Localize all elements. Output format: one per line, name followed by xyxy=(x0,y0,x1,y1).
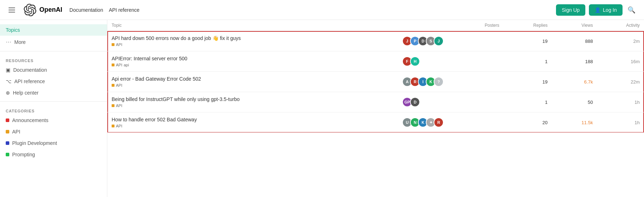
topic-cell: How to handle error 502 Bad GatewayAPI xyxy=(107,112,398,133)
signup-button[interactable]: Sign Up xyxy=(556,4,585,16)
tag[interactable]: API xyxy=(112,83,122,87)
tag-label: API xyxy=(116,42,122,47)
help-icon: ⊕ xyxy=(6,90,10,96)
resources-label-text: RESOURCES xyxy=(6,59,34,63)
more-label: More xyxy=(14,39,26,45)
avatars-cell: UNK✦R xyxy=(398,112,503,133)
table-row[interactable]: How to handle error 502 Bad GatewayAPIUN… xyxy=(107,112,644,133)
sidebar-divider-1 xyxy=(0,51,107,51)
plugin-dev-label: Plugin Development xyxy=(12,140,57,146)
openai-logo-icon xyxy=(24,4,36,16)
col-views: Views xyxy=(552,20,597,31)
table-row[interactable]: Being billed for InstructGPT while only … xyxy=(107,92,644,112)
prompting-label: Prompting xyxy=(12,152,35,157)
replies-count: 19 xyxy=(504,72,552,92)
sidebar-item-api[interactable]: API xyxy=(0,126,107,137)
tag-color-dot xyxy=(112,64,114,66)
nav-api-reference[interactable]: API reference xyxy=(109,7,140,13)
sidebar: Topics ⋯ More RESOURCES ▣ Documentation … xyxy=(0,20,107,197)
main-content: Topic Posters Replies Views Activity API… xyxy=(107,20,644,197)
header-actions: Sign Up 👤 Log In 🔍 xyxy=(556,4,637,16)
views-count: 6.7k xyxy=(552,72,597,92)
activity-time: 1h xyxy=(597,92,644,112)
avatar: D xyxy=(410,97,420,107)
user-icon: 👤 xyxy=(595,7,601,13)
topics-table: Topic Posters Replies Views Activity API… xyxy=(107,20,644,133)
avatars-group: GPD xyxy=(402,97,499,107)
resources-section-label: RESOURCES xyxy=(0,54,107,64)
documentation-label: Documentation xyxy=(13,67,47,73)
col-activity: Activity xyxy=(597,20,644,31)
views-count: 50 xyxy=(552,92,597,112)
avatars-group: JPDSJ xyxy=(402,36,499,46)
replies-count: 19 xyxy=(504,31,552,51)
api-reference-label: API reference xyxy=(14,79,45,84)
sidebar-divider-2 xyxy=(0,101,107,102)
avatar: ? xyxy=(434,77,444,87)
search-icon: 🔍 xyxy=(628,6,635,14)
login-label: Log In xyxy=(603,7,617,13)
topic-title-link[interactable]: How to handle error 502 Bad Gateway xyxy=(112,117,394,122)
search-button[interactable]: 🔍 xyxy=(626,5,637,15)
login-button[interactable]: 👤 Log In xyxy=(589,4,623,16)
avatars-group: FH xyxy=(402,56,499,66)
tag-label: API xyxy=(116,83,122,87)
activity-time: 16m xyxy=(597,51,644,72)
topic-cell: Being billed for InstructGPT while only … xyxy=(107,92,398,112)
col-replies: Replies xyxy=(504,20,552,31)
topic-title-link[interactable]: Being billed for InstructGPT while only … xyxy=(112,96,394,102)
col-topic: Topic xyxy=(107,20,398,31)
tag[interactable]: API xyxy=(112,124,122,128)
avatars-group: ARIK? xyxy=(402,77,499,87)
topic-tags: API xyxy=(112,124,394,128)
tag-color-dot xyxy=(112,104,114,107)
topic-tags: APIapi xyxy=(112,63,394,67)
tag[interactable]: API xyxy=(112,103,122,108)
topic-cell: APIError: Internal server error 500APIap… xyxy=(107,51,398,72)
topic-tags: API xyxy=(112,42,394,47)
topic-tags: API xyxy=(112,103,394,108)
sidebar-item-announcements[interactable]: Announcements xyxy=(0,115,107,126)
main-nav: Documentation API reference xyxy=(69,7,140,13)
tag[interactable]: api xyxy=(124,63,129,67)
tag[interactable]: API xyxy=(112,42,122,47)
topic-cell: API hard down 500 errors now do a good j… xyxy=(107,31,398,51)
table-row[interactable]: API hard down 500 errors now do a good j… xyxy=(107,31,644,51)
tag[interactable]: API xyxy=(112,63,122,67)
views-count: 888 xyxy=(552,31,597,51)
replies-count: 1 xyxy=(504,92,552,112)
api-icon: ⌥ xyxy=(6,79,11,84)
topic-title-link[interactable]: Api error - Bad Gateway Error Code 502 xyxy=(112,76,394,82)
sidebar-item-help-center[interactable]: ⊕ Help center xyxy=(0,87,107,98)
avatars-cell: FH xyxy=(398,51,503,72)
avatars-group: UNK✦R xyxy=(402,117,499,127)
tag-color-dot xyxy=(112,84,114,87)
hamburger-menu[interactable] xyxy=(7,6,16,14)
sidebar-item-api-reference[interactable]: ⌥ API reference xyxy=(0,76,107,87)
table-row[interactable]: Api error - Bad Gateway Error Code 502AP… xyxy=(107,72,644,92)
sidebar-item-plugin-dev[interactable]: Plugin Development xyxy=(0,137,107,149)
topic-title-link[interactable]: API hard down 500 errors now do a good j… xyxy=(112,35,394,41)
avatar: R xyxy=(434,117,444,127)
activity-time: 2m xyxy=(597,31,644,51)
activity-time: 1h xyxy=(597,112,644,133)
more-dots-icon: ⋯ xyxy=(6,39,11,45)
sidebar-item-topics[interactable]: Topics xyxy=(0,24,107,36)
sidebar-item-more[interactable]: ⋯ More xyxy=(0,36,107,48)
replies-count: 20 xyxy=(504,112,552,133)
plugin-color-dot xyxy=(6,141,9,145)
help-center-label: Help center xyxy=(13,90,39,96)
avatars-cell: GPD xyxy=(398,92,503,112)
topics-label: Topics xyxy=(6,27,20,33)
tag-color-dot xyxy=(112,125,114,127)
sidebar-item-documentation[interactable]: ▣ Documentation xyxy=(0,64,107,76)
sidebar-item-prompting[interactable]: Prompting xyxy=(0,149,107,160)
table-row[interactable]: APIError: Internal server error 500APIap… xyxy=(107,51,644,72)
announcements-color-dot xyxy=(6,118,9,122)
api-color-dot xyxy=(6,130,9,133)
tag-color-dot xyxy=(112,43,114,46)
nav-documentation[interactable]: Documentation xyxy=(69,7,103,13)
tag-label: API xyxy=(116,103,122,108)
page-layout: Topics ⋯ More RESOURCES ▣ Documentation … xyxy=(0,20,644,197)
topic-title-link[interactable]: APIError: Internal server error 500 xyxy=(112,56,394,61)
